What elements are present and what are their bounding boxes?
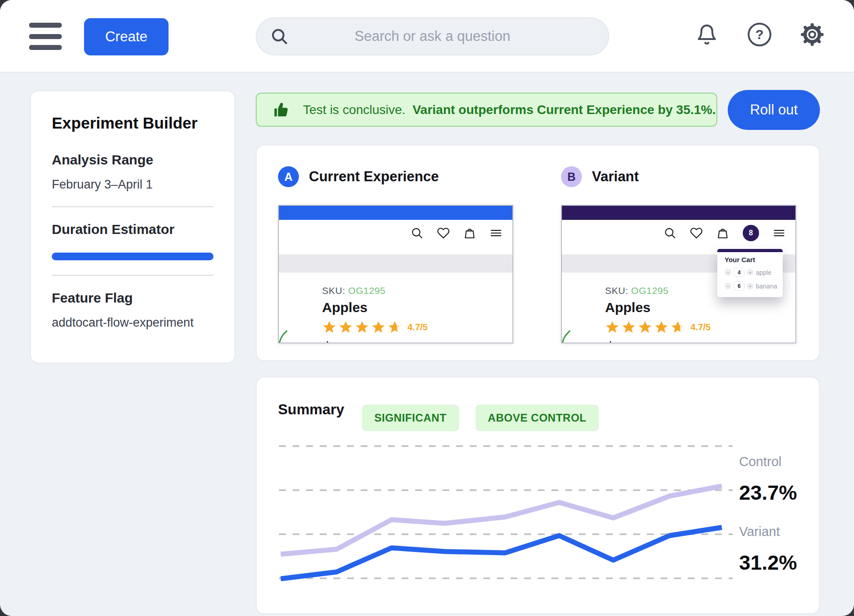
above-control-badge: ABOVE CONTROL (476, 405, 599, 431)
sku-label: SKU: (322, 285, 345, 296)
product-name: Apples (322, 300, 512, 315)
cart-item-name: apple (756, 269, 771, 276)
analysis-range-value: February 3–April 1 (52, 178, 214, 192)
leaf-decoration (561, 330, 572, 343)
summary-card: Summary SIGNIFICANT ABOVE CONTROL Contro… (256, 377, 820, 614)
banner-text: Test is conclusive. Variant outperforms … (303, 103, 716, 117)
menu-icon[interactable] (29, 23, 62, 50)
minus-icon: − (725, 269, 731, 276)
result-banner: Test is conclusive. Variant outperforms … (256, 93, 717, 127)
experiment-builder-panel: Experiment Builder Analysis Range Februa… (30, 90, 235, 363)
hamburger-icon (490, 227, 502, 239)
minus-icon: − (725, 283, 731, 289)
ab-comparison-card: A Current Experience B Variant (256, 144, 820, 361)
plus-icon: + (747, 283, 754, 289)
product-info: SKU: OG1295 Apples 4.7/5 $4.99 (322, 285, 512, 343)
variant-b-badge: B (561, 166, 582, 187)
hamburger-icon (773, 227, 785, 239)
panel-title: Experiment Builder (52, 114, 214, 132)
variant-b-title: Variant (592, 169, 639, 185)
sku-label: SKU: (605, 285, 628, 296)
star-rating: 4.7/5 (605, 320, 795, 334)
variant-a-badge: A (278, 166, 299, 187)
preview-nav (279, 220, 512, 246)
sku-value: OG1295 (348, 285, 385, 296)
duration-estimator-heading: Duration Estimator (52, 222, 214, 237)
create-button[interactable]: Create (84, 18, 169, 55)
search-icon (411, 227, 423, 239)
cart-dropdown-accent (717, 249, 783, 252)
shopping-bag-icon (716, 227, 729, 239)
variant-label: Variant (739, 524, 780, 539)
plus-icon: + (747, 269, 754, 276)
search-icon (664, 227, 676, 239)
settings-button[interactable] (800, 23, 824, 46)
significant-badge: SIGNIFICANT (362, 405, 459, 431)
bell-icon (696, 24, 718, 45)
cart-item-row: − 6 + banana (725, 281, 783, 291)
sku-value: OG1295 (631, 285, 668, 296)
notifications-button[interactable] (695, 23, 719, 46)
rating-value: 4.7/5 (407, 322, 427, 333)
cart-dropdown: Your Cart − 4 + apple − 6 + banana (717, 249, 783, 297)
duration-progress-bar (52, 253, 214, 260)
leaf-decoration (278, 330, 289, 343)
cart-item-row: − 4 + apple (725, 268, 783, 277)
divider (52, 206, 214, 207)
variant-b-header: B Variant (561, 166, 639, 187)
heart-icon (690, 227, 703, 239)
analysis-range-heading: Analysis Range (52, 152, 214, 168)
feature-flag-value: addtocart-flow-experiment (52, 316, 214, 330)
current-experience-preview: SKU: OG1295 Apples 4.7/5 $4.99 (278, 205, 513, 343)
preview-header-bar (562, 206, 795, 220)
quantity-value: 4 (734, 268, 745, 277)
top-bar: Create Search or ask a question ? (0, 0, 854, 73)
quantity-value: 6 (734, 281, 745, 291)
heart-icon (437, 227, 450, 239)
preview-band (279, 254, 512, 273)
help-button[interactable]: ? (748, 23, 771, 46)
cart-count-badge: 8 (743, 225, 759, 241)
variant-a-title: Current Experience (309, 169, 439, 185)
variant-a-header: A Current Experience (278, 166, 439, 187)
rating-value: 4.7/5 (690, 322, 710, 333)
roll-out-button[interactable]: Roll out (728, 90, 820, 130)
search-placeholder: Search or ask a question (288, 28, 576, 45)
product-name: Apples (605, 300, 795, 315)
cart-item-name: banana (756, 283, 777, 290)
divider (52, 275, 214, 276)
help-icon: ? (748, 23, 771, 46)
product-price: $4.99 (322, 340, 512, 343)
preview-header-bar (279, 206, 512, 220)
variant-preview: 8 Your Cart − 4 + apple − (561, 205, 796, 343)
feature-flag-heading: Feature Flag (52, 290, 214, 306)
control-label: Control (739, 454, 782, 469)
summary-chart (257, 432, 821, 615)
summary-title: Summary (278, 401, 344, 418)
shopping-bag-icon (463, 227, 476, 239)
cart-title: Your Cart (725, 256, 783, 263)
product-price: $4.99 (605, 340, 795, 343)
thumbs-up-icon (273, 101, 290, 119)
gear-icon (801, 23, 824, 46)
variant-value: 31.2% (739, 551, 797, 575)
star-rating: 4.7/5 (322, 320, 512, 334)
search-icon (270, 27, 288, 45)
search-input[interactable]: Search or ask a question (256, 17, 609, 55)
control-value: 23.7% (739, 481, 797, 505)
app-window: Create Search or ask a question ? (0, 0, 854, 616)
preview-nav: 8 (562, 220, 795, 246)
